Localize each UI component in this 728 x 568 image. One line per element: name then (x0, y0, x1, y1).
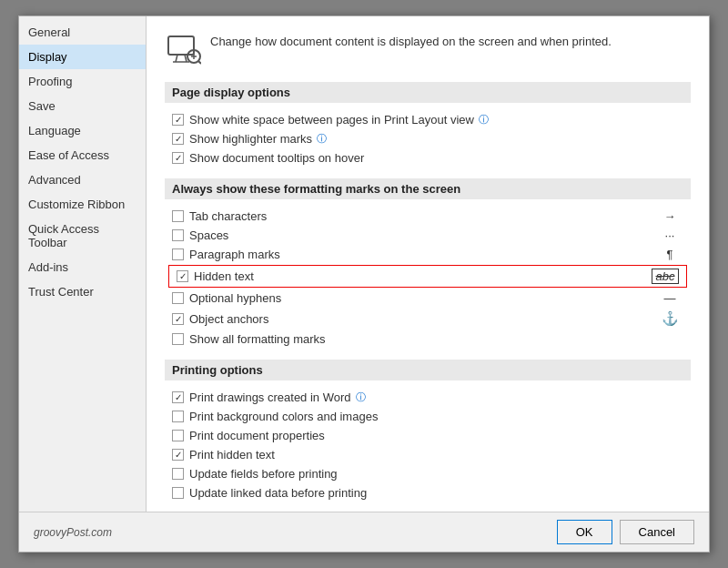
label-all-marks: Show all formatting marks (189, 332, 326, 346)
symbol-paragraph: ¶ (656, 248, 683, 261)
option-row-highlighter: Show highlighter marks ⓘ (165, 129, 691, 148)
label-object-anchors: Object anchors (189, 312, 268, 326)
sidebar-item-display[interactable]: Display (19, 45, 146, 69)
sidebar-item-customize-ribbon[interactable]: Customize Ribbon (19, 192, 146, 217)
page-display-section-header: Page display options (165, 82, 691, 103)
checkbox-paragraph[interactable] (172, 248, 184, 260)
dialog: GeneralDisplayProofingSaveLanguageEase o… (18, 15, 710, 553)
info-icon-print-drawings[interactable]: ⓘ (356, 390, 366, 404)
option-row-optional-hyphens: Optional hyphens— (165, 289, 691, 308)
footer-buttons: OK Cancel (557, 520, 694, 544)
sidebar-item-general[interactable]: General (19, 20, 146, 45)
display-icon (165, 31, 201, 67)
label-highlighter: Show highlighter marks ⓘ (189, 132, 327, 146)
formatting-options: Tab characters→Spaces···Paragraph marks¶… (165, 207, 691, 349)
checkbox-print-hidden[interactable] (172, 449, 184, 461)
svg-line-5 (198, 61, 201, 64)
label-paragraph: Paragraph marks (189, 248, 280, 261)
label-print-hidden: Print hidden text (189, 448, 275, 462)
printing-section-header: Printing options (165, 360, 691, 380)
sidebar-item-quick-access-toolbar[interactable]: Quick Access Toolbar (19, 217, 146, 255)
label-white-space: Show white space between pages in Print … (189, 113, 489, 127)
option-row-paragraph: Paragraph marks¶ (165, 245, 691, 264)
symbol-object-anchors: ⚓ (656, 310, 683, 327)
svg-line-1 (176, 55, 177, 62)
checkbox-print-background[interactable] (172, 411, 184, 422)
checkbox-print-drawings[interactable] (172, 391, 184, 403)
label-print-drawings: Print drawings created in Word ⓘ (189, 390, 366, 404)
label-print-background: Print background colors and images (189, 410, 378, 423)
sidebar: GeneralDisplayProofingSaveLanguageEase o… (19, 16, 147, 512)
label-tab-chars: Tab characters (189, 209, 267, 223)
option-row-update-linked: Update linked data before printing (165, 483, 691, 502)
sidebar-item-trust-center[interactable]: Trust Center (19, 279, 146, 304)
option-row-print-hidden: Print hidden text (165, 445, 691, 464)
option-row-hidden-text: Hidden textabc (168, 265, 687, 288)
page-display-options: Show white space between pages in Print … (165, 110, 691, 167)
header-text: Change how document content is displayed… (210, 31, 612, 48)
sidebar-item-add-ins[interactable]: Add-ins (19, 255, 146, 279)
symbol-spaces: ··· (656, 228, 683, 242)
sidebar-item-language[interactable]: Language (19, 118, 146, 143)
checkbox-tab-chars[interactable] (172, 210, 184, 222)
symbol-hidden-text: abc (652, 269, 679, 284)
sidebar-item-save[interactable]: Save (19, 94, 146, 118)
sidebar-item-ease-of-access[interactable]: Ease of Access (19, 143, 146, 167)
brand-label: groovyPost.com (34, 526, 112, 539)
sidebar-item-proofing[interactable]: Proofing (19, 69, 146, 94)
option-row-print-background: Print background colors and images (165, 407, 691, 426)
option-row-all-marks: Show all formatting marks (165, 330, 691, 349)
checkbox-highlighter[interactable] (172, 133, 184, 145)
checkbox-hidden-text[interactable] (177, 270, 188, 282)
checkbox-update-linked[interactable] (172, 487, 184, 499)
main-content: Change how document content is displayed… (147, 16, 709, 512)
option-row-tooltips: Show document tooltips on hover (165, 148, 691, 167)
cancel-button[interactable]: Cancel (620, 520, 694, 544)
option-row-object-anchors: Object anchors⚓ (165, 308, 691, 330)
checkbox-spaces[interactable] (172, 229, 184, 241)
label-optional-hyphens: Optional hyphens (189, 291, 281, 305)
checkbox-print-properties[interactable] (172, 430, 184, 441)
label-update-fields: Update fields before printing (189, 467, 338, 481)
formatting-section-header: Always show these formatting marks on th… (165, 178, 691, 199)
checkbox-all-marks[interactable] (172, 333, 184, 345)
symbol-optional-hyphens: — (656, 291, 683, 305)
svg-line-2 (185, 55, 187, 62)
info-icon-highlighter[interactable]: ⓘ (317, 132, 327, 146)
dialog-body: GeneralDisplayProofingSaveLanguageEase o… (19, 16, 709, 512)
checkbox-optional-hyphens[interactable] (172, 292, 184, 304)
option-row-print-drawings: Print drawings created in Word ⓘ (165, 388, 691, 407)
checkbox-update-fields[interactable] (172, 468, 184, 480)
option-row-update-fields: Update fields before printing (165, 464, 691, 483)
label-update-linked: Update linked data before printing (189, 486, 367, 500)
label-print-properties: Print document properties (189, 429, 325, 442)
option-row-print-properties: Print document properties (165, 426, 691, 445)
header-description: Change how document content is displayed… (165, 31, 691, 67)
label-tooltips: Show document tooltips on hover (189, 151, 364, 165)
symbol-tab-chars: → (656, 209, 683, 223)
checkbox-object-anchors[interactable] (172, 313, 184, 325)
printing-options: Print drawings created in Word ⓘPrint ba… (165, 388, 691, 502)
checkbox-white-space[interactable] (172, 114, 184, 126)
info-icon-white-space[interactable]: ⓘ (479, 113, 489, 127)
option-row-spaces: Spaces··· (165, 226, 691, 245)
label-spaces: Spaces (189, 228, 228, 242)
label-hidden-text: Hidden text (194, 269, 254, 283)
dialog-footer: groovyPost.com OK Cancel (19, 512, 709, 552)
option-row-white-space: Show white space between pages in Print … (165, 110, 691, 129)
sidebar-item-advanced[interactable]: Advanced (19, 167, 146, 192)
ok-button[interactable]: OK (557, 520, 612, 544)
checkbox-tooltips[interactable] (172, 152, 184, 164)
option-row-tab-chars: Tab characters→ (165, 207, 691, 226)
